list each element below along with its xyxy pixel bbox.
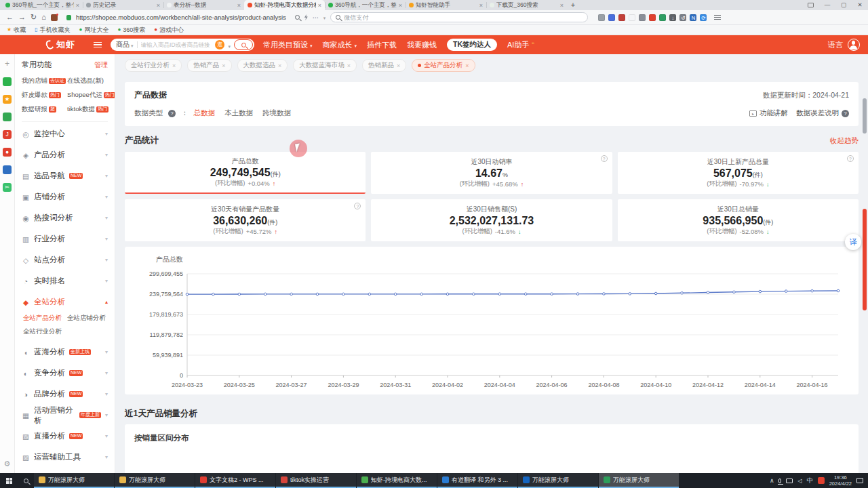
header-nav-item[interactable]: 我要赚钱 bbox=[407, 40, 437, 50]
close-icon[interactable]: × bbox=[465, 62, 469, 69]
scroll-indicator[interactable] bbox=[863, 209, 867, 310]
hidden-icons-chevron[interactable]: ∧ bbox=[770, 477, 774, 484]
submenu-item[interactable]: 全站店铺分析 bbox=[67, 314, 108, 323]
quick-link[interactable]: 数据研报 超 bbox=[22, 105, 66, 114]
green-app-icon[interactable] bbox=[3, 77, 12, 86]
sidebar-menu-item[interactable]: ◇ 站点分析 bbox=[22, 249, 108, 270]
chevron-down-icon[interactable] bbox=[323, 14, 326, 21]
zoom-icon[interactable] bbox=[295, 15, 300, 20]
info-icon[interactable] bbox=[847, 155, 854, 162]
taskbar-clock[interactable]: 19:36 2024/4/22 bbox=[829, 474, 852, 487]
header-nav-item[interactable]: AI助手 ⌁ bbox=[507, 40, 534, 50]
close-icon[interactable]: × bbox=[397, 62, 400, 69]
close-icon[interactable]: × bbox=[347, 62, 351, 69]
toolbar-search-input[interactable] bbox=[344, 14, 583, 21]
stat-card[interactable]: 近30日动销率 14.67% (环比增幅) +45.68% bbox=[371, 152, 612, 194]
extension-icon[interactable] bbox=[608, 14, 615, 21]
trend-line-chart[interactable]: 059,939,891119,879,782179,819,673239,759… bbox=[132, 266, 848, 392]
collapse-trend-link[interactable]: 收起趋势 bbox=[830, 136, 859, 146]
info-icon[interactable] bbox=[354, 203, 361, 209]
ime-indicator[interactable]: 中 bbox=[807, 476, 813, 485]
blue-app-icon[interactable] bbox=[3, 165, 12, 174]
sidebar-menu-item[interactable]: ▥ 行业分析 bbox=[22, 228, 108, 249]
stat-card[interactable]: 近30日总销量 935,566,950(件) (环比增幅) -52.08% bbox=[618, 199, 859, 241]
minimize-button[interactable]: — bbox=[819, 0, 835, 10]
sidebar-menu-item[interactable]: ▨ 运营辅助工具 bbox=[22, 447, 108, 468]
gallery-icon[interactable] bbox=[3, 113, 12, 121]
sidebar-menu-item[interactable]: ▤ 选品导航 NEW bbox=[22, 165, 108, 186]
bookmark-item[interactable]: ▯ 手机收藏夹 bbox=[35, 26, 70, 35]
quick-link[interactable]: Shopee代运 热门 bbox=[67, 91, 115, 100]
data-error-link[interactable]: 数据误差说明 bbox=[796, 108, 849, 118]
sidebar-menu-item[interactable]: ◑ 品牌分析 NEW bbox=[22, 384, 108, 405]
extension-icon[interactable]: ↓ bbox=[669, 14, 676, 21]
start-button[interactable] bbox=[0, 473, 18, 488]
close-icon[interactable]: × bbox=[318, 2, 321, 9]
submenu-item[interactable]: 全站产品分析 bbox=[23, 314, 66, 323]
header-nav-item[interactable]: 商家成长 bbox=[323, 40, 357, 50]
more-icon[interactable]: ⋯ bbox=[313, 14, 319, 21]
close-icon[interactable]: × bbox=[172, 62, 176, 69]
extension-icon[interactable] bbox=[629, 14, 635, 21]
close-icon[interactable]: × bbox=[222, 62, 225, 69]
product-search-input[interactable] bbox=[141, 41, 212, 48]
workbench-chip[interactable]: 全站行业分析 × bbox=[125, 59, 182, 72]
taskbar-app-button[interactable]: 文字文稿2 - WPS ... bbox=[195, 473, 275, 488]
gear-icon[interactable]: ⚙ bbox=[4, 460, 11, 468]
add-panel-icon[interactable]: + bbox=[3, 60, 12, 68]
taskbar-app-button[interactable]: 知虾-跨境电商大数... bbox=[357, 473, 437, 488]
sidebar-menu-item[interactable]: ◈ 产品分析 bbox=[22, 144, 108, 165]
bookmark-item[interactable]: ★ 收藏 bbox=[7, 26, 26, 35]
extension-badge-icon[interactable] bbox=[51, 14, 58, 21]
feature-guide-link[interactable]: 功能讲解 bbox=[749, 108, 788, 118]
sidebar-item-all-site-analysis[interactable]: ◆ 全站分析 bbox=[22, 291, 108, 312]
workbench-chip[interactable]: 热销产品 × bbox=[187, 59, 231, 72]
notification-icon[interactable] bbox=[856, 478, 863, 483]
extension-icon[interactable]: ⟳ bbox=[700, 14, 707, 21]
security-tray-icon[interactable] bbox=[818, 477, 825, 484]
quick-link[interactable]: 我的店铺 去认证 bbox=[22, 77, 66, 85]
guang-badge[interactable]: 逛 bbox=[215, 40, 224, 49]
browser-tab[interactable]: 历史记录 × bbox=[83, 0, 163, 10]
language-switch[interactable]: 语言 bbox=[828, 40, 843, 50]
search-category-select[interactable]: 商品 bbox=[116, 40, 134, 49]
workbench-chip[interactable]: 大数据选品 × bbox=[237, 59, 288, 72]
submenu-item[interactable]: 全站行业分析 bbox=[23, 327, 66, 336]
browser-menu-icon[interactable] bbox=[714, 15, 721, 20]
sidebar-menu-item[interactable]: ◉ 热搜词分析 bbox=[22, 207, 108, 228]
extension-icon[interactable]: ↺ bbox=[679, 14, 686, 21]
data-type-option[interactable]: 跨境数据 bbox=[262, 108, 291, 118]
new-tab-button[interactable]: + bbox=[567, 0, 579, 10]
manage-link[interactable]: 管理 bbox=[94, 60, 108, 70]
red-app-icon[interactable]: J bbox=[3, 130, 12, 139]
back-icon[interactable]: ← bbox=[6, 14, 14, 21]
speed-icon[interactable] bbox=[304, 14, 308, 20]
stat-card[interactable]: 近30日销售额(S) 2,532,027,131.73 (环比增幅) -41.6… bbox=[371, 199, 612, 241]
browser-tab[interactable]: 下载页_360搜索 × bbox=[486, 0, 567, 10]
translate-float-button[interactable]: 译 bbox=[845, 234, 861, 250]
extension-icon[interactable] bbox=[598, 14, 605, 21]
maximize-button[interactable]: ▢ bbox=[835, 0, 852, 10]
sidebar-menu-item[interactable]: ▦ 活动营销分析 年度上新 bbox=[22, 405, 108, 426]
sidebar-menu-item[interactable]: ▣ 店铺分析 bbox=[22, 186, 108, 207]
extension-icon[interactable] bbox=[618, 14, 625, 21]
toolbar-search-box[interactable] bbox=[330, 12, 588, 22]
screenshot-icon[interactable]: ✂ bbox=[3, 183, 12, 192]
app-menu-icon[interactable] bbox=[94, 42, 102, 47]
workbench-chip[interactable]: 热销新品 × bbox=[362, 59, 406, 72]
taskbar-app-button[interactable]: 有道翻译 和另外 3 ... bbox=[437, 473, 517, 488]
browser-tab[interactable]: 360导航，一个主页，整个世界 × bbox=[325, 0, 406, 10]
info-icon[interactable] bbox=[601, 155, 608, 162]
search-button[interactable] bbox=[234, 39, 253, 50]
taskbar-search-button[interactable] bbox=[18, 479, 34, 483]
workbench-chip[interactable]: 大数据蓝海市场 × bbox=[293, 59, 357, 72]
taskbar-app-button[interactable]: 万能滚屏大师 bbox=[599, 473, 679, 488]
extension-icon[interactable]: N bbox=[690, 14, 696, 21]
browser-tab[interactable]: 表分析--数据 × bbox=[163, 0, 244, 10]
bookmark-item[interactable]: ● 游戏中心 bbox=[154, 26, 184, 35]
sidebar-menu-item[interactable]: ◔ 实时排名 bbox=[22, 270, 108, 291]
close-icon[interactable]: × bbox=[157, 2, 160, 9]
home-icon[interactable]: ⌂ bbox=[41, 14, 46, 21]
sidebar-menu-item[interactable]: ◖ 蓝海分析 全新上线 bbox=[22, 342, 108, 363]
avatar[interactable] bbox=[848, 39, 860, 51]
